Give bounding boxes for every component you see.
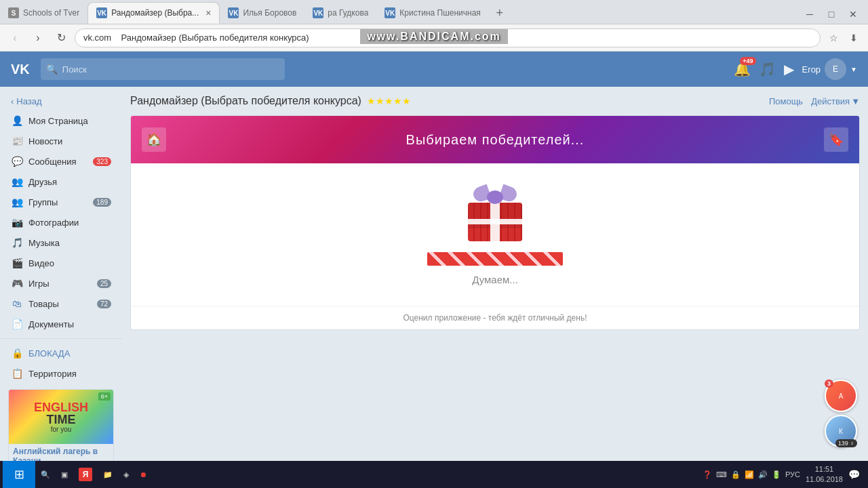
vk-sidebar: ‹ Назад 👤 Моя Страница 📰 Новости 💬 Сообщ… [0, 87, 122, 461]
tab-ilya[interactable]: VK Илья Боровов [220, 2, 304, 24]
progress-bar [427, 252, 563, 266]
tab-bar-actions: ─ □ ✕ [800, 5, 868, 24]
games-badge: 25 [97, 279, 111, 288]
search-input[interactable] [41, 58, 285, 80]
user-dropdown-icon: ▼ [850, 66, 857, 73]
taskbar-bandicam[interactable]: ⏺ [134, 461, 153, 488]
help-link[interactable]: Помощь [769, 96, 803, 106]
tray-network-icon[interactable]: 📶 [745, 470, 754, 479]
sidebar-label-friends: Друзья [28, 177, 111, 187]
downloads-button[interactable]: ⬇ [845, 29, 863, 47]
messages-icon: 💬 [11, 155, 23, 167]
video-nav-icon: 🎬 [11, 257, 23, 269]
tab-label-randomizer: Рандомайзер (Выбра... [111, 8, 199, 18]
sidebar-item-friends[interactable]: 👥 Друзья [0, 171, 122, 192]
sidebar-item-groups[interactable]: 👥 Группы 189 [0, 192, 122, 212]
sidebar-item-territory[interactable]: 📋 Территория [0, 363, 122, 384]
vk-page: VK 🔍 🔔 +49 🎵 ▶ Егор Е ▼ [0, 52, 868, 461]
taskbar-files[interactable]: 📁 [98, 461, 118, 488]
app-actions: Помощь Действия ▼ [769, 96, 860, 106]
yandex-icon: Я [79, 468, 92, 481]
bookmark-button[interactable]: ☆ [825, 29, 842, 47]
sidebar-label-music: Музыка [28, 238, 111, 248]
video-button[interactable]: ▶ [784, 61, 794, 77]
sidebar-ad-widget[interactable]: ENGLISH TIME for you 6+ Английский лагер… [8, 389, 114, 461]
app-home-button[interactable]: 🏠 [142, 127, 166, 152]
minimize-button[interactable]: ─ [800, 5, 819, 24]
ad-age-badge: 6+ [98, 392, 111, 401]
restore-button[interactable]: □ [822, 5, 841, 24]
sidebar-item-messages[interactable]: 💬 Сообщения 323 [0, 151, 122, 171]
browser-window: S Schools of Tver VK Рандомайзер (Выбра.… [0, 0, 868, 461]
actions-dropdown[interactable]: Действия ▼ [811, 96, 860, 106]
tab-label-ilya: Илья Боровов [243, 8, 296, 18]
start-button[interactable]: ⊞ [3, 461, 35, 488]
address-input[interactable] [75, 28, 821, 47]
ad-title-line2: TIME [34, 413, 88, 426]
notifications-taskbar-icon[interactable]: 💬 [848, 469, 860, 480]
back-nav-button[interactable]: ‹ Назад [0, 92, 122, 110]
taskbar-taskview[interactable]: ▣ [56, 461, 73, 488]
sidebar-item-games[interactable]: 🎮 Игры 25 [0, 273, 122, 293]
vk-main: Рандомайзер (Выбрать победителя конкурса… [122, 87, 868, 461]
float-count-2: 139 ♀ [835, 439, 857, 447]
float-avatar-1[interactable]: 3 А [825, 380, 857, 412]
dropbox-icon: ◈ [123, 470, 129, 479]
gift-box [468, 184, 522, 241]
taskbar-browser[interactable]: Я [73, 461, 98, 488]
tab-close-button[interactable]: × [205, 7, 211, 18]
music-button[interactable]: 🎵 [759, 61, 776, 77]
sidebar-item-music[interactable]: 🎵 Музыка [0, 232, 122, 253]
tab-alexandra[interactable]: VK ра Гудкова [304, 2, 376, 24]
sidebar-item-news[interactable]: 📰 Новости [0, 131, 122, 151]
app-title: Рандомайзер (Выбрать победителя конкурса… [130, 95, 411, 107]
tab-randomizer[interactable]: VK Рандомайзер (Выбра... × [87, 2, 220, 24]
games-icon: 🎮 [11, 277, 23, 289]
refresh-button[interactable]: ↻ [52, 28, 71, 47]
tray-security-icon[interactable]: 🔒 [731, 470, 741, 479]
tray-volume-icon[interactable]: 🔊 [758, 470, 768, 479]
app-banner-title: Выбираем победителей... [166, 132, 824, 148]
tab-kristina[interactable]: VK Кристина Пшеничная [376, 2, 489, 24]
app-share-button[interactable]: 🔖 [824, 127, 848, 152]
address-bar: ‹ › ↻ ☆ ⬇ [0, 24, 868, 52]
market-icon: 🛍 [11, 298, 23, 310]
user-menu[interactable]: Егор Е ▼ [802, 58, 858, 80]
back-button[interactable]: ‹ [5, 28, 24, 47]
tab-label-kristina: Кристина Пшеничная [399, 8, 481, 18]
territory-icon: 📋 [11, 367, 23, 380]
groups-badge: 189 [93, 198, 111, 207]
news-icon: 📰 [11, 135, 23, 147]
tray-keyboard-icon[interactable]: ⌨ [716, 470, 727, 479]
taskbar-time-value: 11:51 [806, 464, 843, 474]
taskbar-search[interactable]: 🔍 [35, 461, 56, 488]
float-avatar-1-initial: А [839, 392, 844, 400]
tray-battery-icon[interactable]: 🔋 [772, 470, 781, 479]
sidebar-divider [0, 338, 122, 339]
sidebar-label-news: Новости [28, 136, 111, 146]
notifications-button[interactable]: 🔔 +49 [734, 61, 751, 77]
mypage-icon: 👤 [11, 115, 23, 127]
tray-help-icon[interactable]: ❓ [703, 470, 712, 479]
forward-button[interactable]: › [28, 28, 47, 47]
taskbar-clock[interactable]: 11:51 11.06.2018 [806, 464, 843, 485]
sidebar-item-docs[interactable]: 📄 Документы [0, 314, 122, 334]
tab-schools[interactable]: S Schools of Tver [0, 2, 87, 24]
ad-group-name: Английский лагерь в Казани [13, 447, 109, 461]
sidebar-item-video[interactable]: 🎬 Видео [0, 253, 122, 273]
sidebar-item-mypage[interactable]: 👤 Моя Страница [0, 110, 122, 131]
float-avatar-2[interactable]: К 139 ♀ [825, 415, 857, 447]
sidebar-item-photos[interactable]: 📷 Фотографии [0, 212, 122, 232]
sidebar-item-market[interactable]: 🛍 Товары 72 [0, 293, 122, 314]
tab-favicon-randomizer: VK [96, 7, 107, 18]
sidebar-label-video: Видео [28, 258, 111, 268]
ad-title-line1: ENGLISH [34, 401, 88, 413]
tab-favicon-schools: S [8, 7, 19, 18]
sidebar-item-blockade[interactable]: 🔒 БЛОКАДА [0, 343, 122, 363]
avatar: Е [825, 58, 846, 80]
close-window-button[interactable]: ✕ [844, 5, 863, 24]
taskbar-dropbox[interactable]: ◈ [118, 461, 134, 488]
new-tab-button[interactable]: + [489, 2, 511, 24]
sidebar-label-market: Товары [28, 299, 92, 309]
sidebar-label-messages: Сообщения [28, 157, 87, 167]
